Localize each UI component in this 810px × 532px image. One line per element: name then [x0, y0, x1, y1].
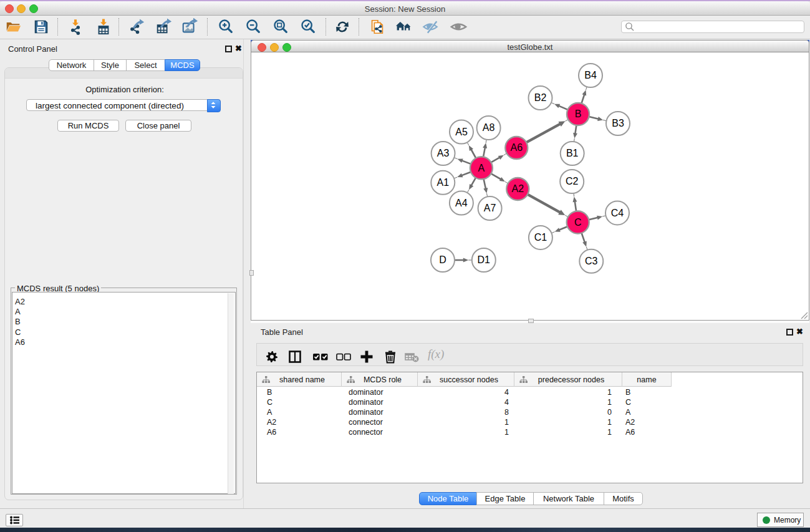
- svg-text:A: A: [478, 163, 485, 173]
- svg-text:D1: D1: [478, 254, 491, 265]
- svg-text:A1: A1: [437, 177, 450, 188]
- svg-text:C4: C4: [611, 208, 624, 218]
- svg-text:C2: C2: [566, 176, 579, 186]
- svg-text:C: C: [574, 217, 582, 228]
- svg-text:A7: A7: [484, 203, 496, 213]
- svg-text:D: D: [439, 254, 446, 265]
- svg-text:A4: A4: [455, 198, 468, 208]
- svg-text:A5: A5: [455, 127, 468, 137]
- svg-text:B2: B2: [534, 92, 547, 103]
- svg-text:C1: C1: [534, 232, 547, 243]
- svg-text:A3: A3: [437, 148, 450, 158]
- svg-text:B4: B4: [584, 70, 597, 80]
- svg-text:B: B: [575, 109, 582, 119]
- svg-text:A8: A8: [483, 122, 495, 133]
- svg-text:B1: B1: [566, 148, 579, 158]
- svg-text:C3: C3: [585, 256, 598, 266]
- svg-text:A6: A6: [511, 142, 523, 153]
- svg-text:B3: B3: [612, 118, 624, 128]
- svg-text:A2: A2: [512, 183, 524, 194]
